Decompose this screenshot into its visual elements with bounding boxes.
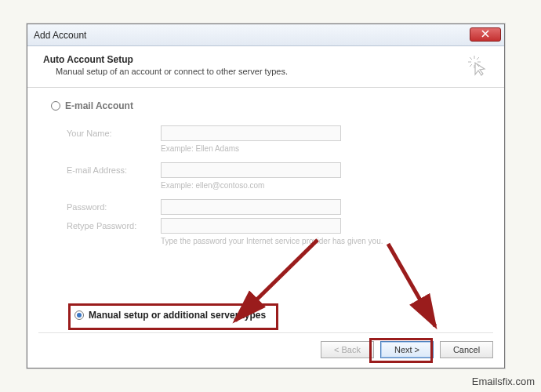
cancel-button[interactable]: Cancel: [440, 341, 493, 358]
wizard-body: E-mail Account Your Name: Example: Ellen…: [27, 88, 504, 252]
cursor-sparkle-icon: [467, 54, 488, 78]
radio-icon: [74, 310, 84, 320]
radio-manual-label: Manual setup or additional server types: [89, 310, 266, 321]
close-button[interactable]: [470, 27, 501, 42]
radio-manual-setup[interactable]: Manual setup or additional server types: [74, 310, 266, 321]
header-heading: Auto Account Setup: [43, 54, 488, 65]
retype-password-input: [161, 218, 341, 234]
watermark: Emailsfix.com: [472, 376, 535, 387]
your-name-hint: Example: Ellen Adams: [161, 144, 341, 153]
close-icon: [481, 29, 489, 40]
radio-email-label: E-mail Account: [65, 100, 133, 111]
add-account-window: Add Account Auto Account Setup Manual se…: [27, 24, 505, 368]
password-hint: Type the password your Internet service …: [161, 237, 341, 245]
email-address-input: [161, 162, 341, 178]
email-address-hint: Example: ellen@contoso.com: [161, 181, 341, 190]
your-name-label: Your Name:: [67, 125, 153, 141]
wizard-button-row: < Back Next > Cancel: [38, 332, 493, 358]
email-address-label: E-mail Address:: [67, 162, 153, 178]
radio-icon: [51, 101, 60, 111]
header-subtext: Manual setup of an account or connect to…: [56, 67, 488, 76]
retype-password-label: Retype Password:: [67, 218, 153, 234]
next-button[interactable]: Next >: [380, 341, 434, 358]
password-input: [161, 199, 341, 215]
titlebar: Add Account: [27, 24, 504, 46]
your-name-input: [161, 125, 341, 141]
back-button: < Back: [321, 341, 374, 358]
annotation-arrow-icon: [380, 240, 459, 334]
wizard-header: Auto Account Setup Manual setup of an ac…: [27, 46, 504, 88]
window-title: Add Account: [34, 30, 86, 41]
radio-email-account[interactable]: E-mail Account: [51, 100, 481, 111]
password-label: Password:: [67, 199, 153, 215]
email-form: Your Name: Example: Ellen Adams E-mail A…: [67, 125, 481, 252]
